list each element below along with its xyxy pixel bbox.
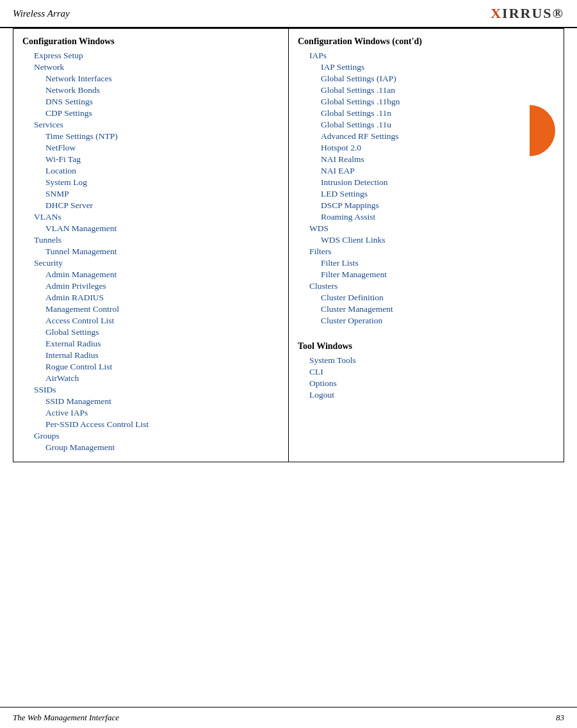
page-footer: The Web Management Interface 83 <box>0 707 577 728</box>
footer-left: The Web Management Interface <box>13 713 119 723</box>
list-item[interactable]: Admin Management <box>22 270 279 280</box>
list-item[interactable]: Filters <box>298 247 555 257</box>
main-content: Configuration Windows Express Setup Netw… <box>0 28 577 514</box>
right-column: Configuration Windows (cont'd) IAPs IAP … <box>289 29 564 462</box>
list-item[interactable]: System Tools <box>298 355 555 366</box>
list-item[interactable]: DSCP Mappings <box>298 200 555 211</box>
list-item[interactable]: Internal Radius <box>22 350 279 360</box>
list-item[interactable]: Security <box>22 258 279 268</box>
list-item[interactable]: Global Settings .11an <box>298 85 555 95</box>
list-item[interactable]: Global Settings .11bgn <box>298 97 555 107</box>
list-item[interactable]: VLANs <box>22 212 279 222</box>
list-item[interactable]: Global Settings .11u <box>298 120 555 130</box>
list-item[interactable]: DNS Settings <box>22 97 279 107</box>
list-item[interactable]: Admin Privileges <box>22 281 279 291</box>
list-item[interactable]: Admin RADIUS <box>22 293 279 303</box>
list-item[interactable]: Cluster Management <box>298 304 555 314</box>
left-column: Configuration Windows Express Setup Netw… <box>13 29 289 462</box>
list-item[interactable]: Network <box>22 62 279 72</box>
list-item[interactable]: Logout <box>298 390 555 400</box>
list-item[interactable]: NetFlow <box>22 143 279 153</box>
list-item[interactable]: NAI EAP <box>298 166 555 176</box>
list-item[interactable]: Network Interfaces <box>22 74 279 84</box>
list-item[interactable]: Advanced RF Settings <box>298 131 555 142</box>
list-item[interactable]: Roaming Assist <box>298 212 555 222</box>
list-item[interactable]: External Radius <box>22 339 279 349</box>
list-item[interactable]: IAP Settings <box>298 62 555 72</box>
list-item[interactable]: WDS <box>298 223 555 234</box>
list-item[interactable]: Cluster Operation <box>298 316 555 326</box>
page-header: Wireless Array XIRRUS® <box>0 0 577 28</box>
list-item[interactable]: IAPs <box>298 51 555 61</box>
list-item[interactable]: Cluster Definition <box>298 293 555 303</box>
list-item[interactable]: VLAN Management <box>22 223 279 234</box>
list-item[interactable]: Group Management <box>22 442 279 453</box>
list-item[interactable]: Services <box>22 120 279 130</box>
footer-right: 83 <box>556 713 564 723</box>
list-item[interactable]: CDP Settings <box>22 108 279 118</box>
list-item[interactable]: WDS Client Links <box>298 235 555 245</box>
right-col-header: Configuration Windows (cont'd) <box>298 36 555 47</box>
list-item[interactable]: DHCP Server <box>22 200 279 211</box>
tool-windows-header: Tool Windows <box>298 341 555 352</box>
list-item[interactable]: Global Settings <box>22 327 279 337</box>
list-item[interactable]: Access Control List <box>22 316 279 326</box>
list-item[interactable]: Global Settings (IAP) <box>298 74 555 84</box>
list-item[interactable]: AirWatch <box>22 373 279 384</box>
left-col-header: Configuration Windows <box>22 36 279 47</box>
list-item[interactable]: SSID Management <box>22 396 279 407</box>
list-item[interactable]: Location <box>22 166 279 176</box>
list-item[interactable]: Management Control <box>22 304 279 314</box>
logo-x: X <box>491 5 502 21</box>
list-item[interactable]: Rogue Control List <box>22 362 279 372</box>
header-title: Wireless Array <box>13 8 70 19</box>
list-item[interactable]: Global Settings .11n <box>298 108 555 118</box>
list-item[interactable]: LED Settings <box>298 189 555 199</box>
list-item[interactable]: Wi-Fi Tag <box>22 154 279 165</box>
list-item[interactable]: Intrusion Detection <box>298 177 555 188</box>
list-item[interactable]: CLI <box>298 367 555 377</box>
list-item[interactable]: SNMP <box>22 189 279 199</box>
list-item[interactable]: Express Setup <box>22 51 279 61</box>
list-item[interactable]: Tunnel Management <box>22 247 279 257</box>
list-item[interactable]: Active IAPs <box>22 408 279 418</box>
logo-container: XIRRUS® <box>491 5 564 22</box>
logo-rest: IRRUS <box>502 5 552 21</box>
list-item[interactable]: System Log <box>22 177 279 188</box>
list-item[interactable]: Per-SSID Access Control List <box>22 419 279 430</box>
list-item[interactable]: Hotspot 2.0 <box>298 143 555 153</box>
list-item[interactable]: SSIDs <box>22 385 279 395</box>
list-item[interactable]: Filter Management <box>298 270 555 280</box>
list-item[interactable]: Groups <box>22 431 279 441</box>
list-item[interactable]: Clusters <box>298 281 555 291</box>
list-item[interactable]: Tunnels <box>22 235 279 245</box>
list-item[interactable]: Options <box>298 378 555 389</box>
list-item[interactable]: NAI Realms <box>298 154 555 165</box>
list-item[interactable]: Filter Lists <box>298 258 555 268</box>
logo: XIRRUS® <box>491 5 564 22</box>
list-item[interactable]: Network Bonds <box>22 85 279 95</box>
config-table: Configuration Windows Express Setup Netw… <box>13 28 564 462</box>
list-item[interactable]: Time Settings (NTP) <box>22 131 279 142</box>
